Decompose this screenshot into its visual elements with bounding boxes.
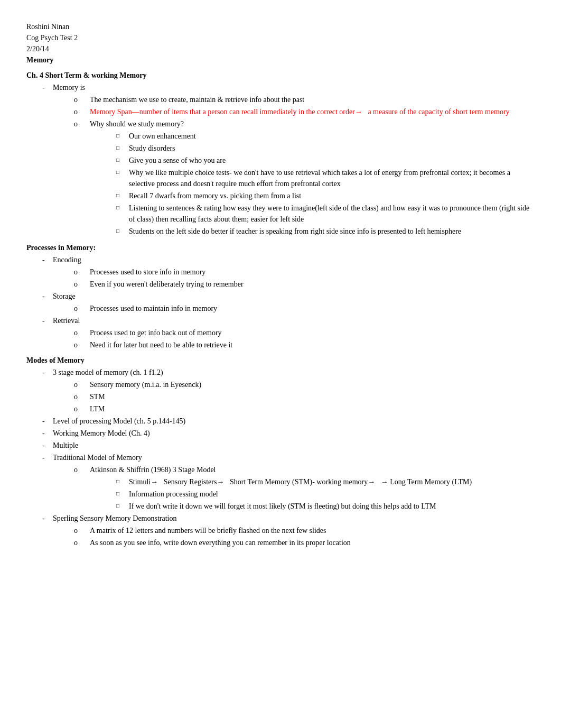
processes-heading: Processes in Memory: [26,242,535,253]
stage-model-item: - 3 stage model of memory (ch. 1 f1.2) [42,367,535,378]
sq-symbol: □ [116,501,129,512]
retrieval-o-2: o Need it for later but need to be able … [74,339,535,351]
o-symbol: o [74,403,90,414]
sq-text-6: Listening to sentences & rating how easy… [129,202,535,225]
sq-item-5: □ Recall 7 dwarfs from memory vs. pickin… [116,190,535,201]
sperling-o-text-2: As soon as you see info, write down ever… [90,537,351,548]
multiple-heading: Multiple [53,440,78,451]
date: 2/20/14 [26,43,535,54]
o-symbol: o [74,303,90,314]
info-processing-sq: □ Information processing model [116,489,535,500]
sq-text-2: Study disorders [129,143,175,154]
info-processing-text: Information processing model [129,489,218,500]
encoding-heading: Encoding [53,254,81,265]
dash-symbol: - [42,254,53,265]
o-symbol: o [74,327,90,338]
course-name: Cog Psych Test 2 [26,32,535,43]
processes-section: Processes in Memory: - Encoding o Proces… [26,242,535,351]
o-symbol: o [74,464,90,475]
working-memory-item: - Working Memory Model (Ch. 4) [42,428,535,439]
traditional-subitems: o Atkinson & Shiffrin (1968) 3 Stage Mod… [74,464,535,512]
sperling-subitems: o A matrix of 12 letters and numbers wil… [74,525,535,548]
sq-symbol: □ [116,202,129,225]
o-symbol: o [74,379,90,390]
author-name: Roshini Ninan [26,21,535,32]
sperling-o-2: o As soon as you see info, write down ev… [74,537,535,548]
modes-heading: Modes of Memory [26,355,535,366]
memory-heading: Memory is [53,82,85,93]
encoding-o-1: o Processes used to store info in memory [74,266,535,278]
chapter-title: Ch. 4 Short Term & working Memory [26,70,535,81]
retrieval-subitems: o Process used to get info back out of m… [74,327,535,351]
sq-symbol: □ [116,167,129,189]
stage-o-text-1: Sensory memory (m.i.a. in Eyesenck) [90,379,201,390]
level-processing-heading: Level of processing Model (ch. 5 p.144-1… [53,416,185,427]
storage-o-text-1: Processes used to maintain info in memor… [90,303,217,314]
o-symbol: o [74,94,90,105]
sq-symbol: □ [116,155,129,166]
retrieval-heading-item: - Retrieval [42,315,535,326]
atkinson-subsub: □ Stimuli→ Sensory Registers→ Short Term… [116,476,535,512]
storage-heading-item: - Storage [42,291,535,302]
stage-model-subitems: o Sensory memory (m.i.a. in Eyesenck) o … [74,379,535,414]
dash-symbol: - [42,367,53,378]
atkinson-o: o Atkinson & Shiffrin (1968) 3 Stage Mod… [74,464,535,475]
retrieval-o-1: o Process used to get info back out of m… [74,327,535,338]
sq-item-7: □ Students on the left side do better if… [116,226,535,237]
o-symbol: o [74,118,90,130]
o-symbol: o [74,339,90,351]
sq-item-3: □ Give you a sense of who you are [116,155,535,166]
dash-symbol: - [42,291,53,302]
sq-symbol: □ [116,476,129,487]
o-symbol: o [74,106,90,117]
memory-subsub-items: □ Our own enhancement □ Study disorders … [116,131,535,237]
sq-item-1: □ Our own enhancement [116,131,535,142]
encoding-o-2: o Even if you weren't deliberately tryin… [74,279,535,290]
sq-item-4: □ Why we like multiple choice tests- we … [116,167,535,189]
memory-o-text-2: Memory Span—number of items that a perso… [90,106,510,117]
memory-heading-item: - Memory is [42,82,535,93]
forget-text: If we don't write it down we will forget… [129,501,436,512]
sperling-heading: Sperling Sensory Memory Demonstration [53,513,176,524]
topic: Memory [26,54,535,66]
encoding-subitems: o Processes used to store info in memory… [74,266,535,290]
modes-items: - 3 stage model of memory (ch. 1 f1.2) o… [42,367,535,548]
forget-sq: □ If we don't write it down we will forg… [116,501,535,512]
multiple-item: - Multiple [42,440,535,451]
modes-section: Modes of Memory - 3 stage model of memor… [26,355,535,548]
sq-text-5: Recall 7 dwarfs from memory vs. picking … [129,190,301,201]
header-block: Roshini Ninan Cog Psych Test 2 2/20/14 M… [26,21,535,66]
sq-symbol: □ [116,143,129,154]
storage-o-1: o Processes used to maintain info in mem… [74,303,535,314]
encoding-heading-item: - Encoding [42,254,535,265]
dash-symbol: - [42,513,53,524]
memory-o-text-3: Why should we study memory? [90,118,184,130]
o-symbol: o [74,537,90,548]
o-symbol: o [74,391,90,402]
memory-subitems: o The mechanism we use to create, mainta… [74,94,535,237]
dash-symbol: - [42,428,53,439]
memory-o-item-2: o Memory Span—number of items that a per… [74,106,535,117]
sq-symbol: □ [116,226,129,237]
sperling-o-text-1: A matrix of 12 letters and numbers will … [90,525,326,536]
sq-text-1: Our own enhancement [129,131,196,142]
o-symbol: o [74,279,90,290]
traditional-model-item: - Traditional Model of Memory [42,452,535,463]
memory-o-item-1: o The mechanism we use to create, mainta… [74,94,535,105]
working-memory-heading: Working Memory Model (Ch. 4) [53,428,150,439]
stage-model-heading: 3 stage model of memory (ch. 1 f1.2) [53,367,163,378]
retrieval-o-text-2: Need it for later but need to be able to… [90,339,232,351]
stimuli-sq: □ Stimuli→ Sensory Registers→ Short Term… [116,476,535,487]
sq-symbol: □ [116,190,129,201]
dash-symbol: - [42,440,53,451]
sperling-item: - Sperling Sensory Memory Demonstration [42,513,535,524]
traditional-model-heading: Traditional Model of Memory [53,452,142,463]
sperling-o-1: o A matrix of 12 letters and numbers wil… [74,525,535,536]
sq-text-7: Students on the left side do better if t… [129,226,461,237]
sq-symbol: □ [116,489,129,500]
storage-heading: Storage [53,291,76,302]
memory-o-item-3: o Why should we study memory? [74,118,535,130]
stimuli-text: Stimuli→ Sensory Registers→ Short Term M… [129,476,472,487]
stage-o-text-3: LTM [90,403,105,414]
sq-item-2: □ Study disorders [116,143,535,154]
